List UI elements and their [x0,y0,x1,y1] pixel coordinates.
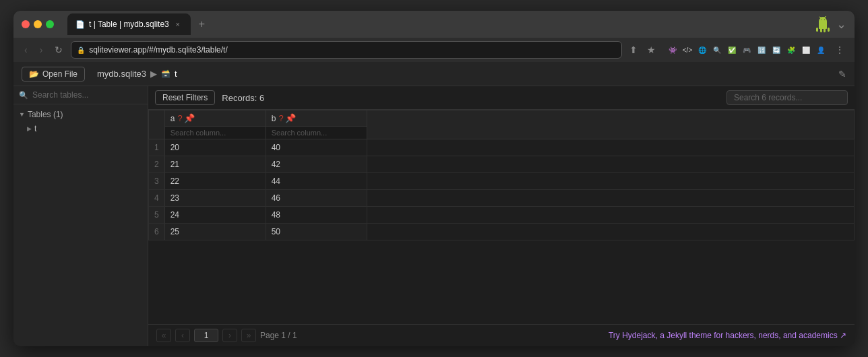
row-num-header [149,110,165,139]
tables-section-header[interactable]: ▼ Tables (1) [13,107,148,122]
nav-bar: ‹ › ↻ 🔒 sqliteviewer.app/#/mydb.sqlite3/… [13,38,855,62]
row-number: 6 [149,224,165,240]
ext-icon-7[interactable]: 🔢 [755,43,768,57]
sidebar-search-area: 🔍 [13,86,148,104]
close-window-btn[interactable] [22,20,30,28]
forward-button[interactable]: › [36,42,47,58]
ext-icon-3[interactable]: 🌐 [695,43,709,57]
tabs-area: 📄 t | Table | mydb.sqlite3 × + [67,13,809,35]
table-row: 52448 [149,207,855,224]
tab-close-btn[interactable]: × [173,20,183,29]
open-file-label: Open File [42,69,78,79]
col-b-search-input[interactable] [266,126,367,139]
sidebar-section: ▼ Tables (1) ▶ t [13,104,148,138]
col-a-question-icon[interactable]: ? [177,113,182,123]
app-container: 📂 Open File mydb.sqlite3 ▶ 🗃️ t ✎ 🔍 [13,62,855,346]
cell-b[interactable]: 44 [266,173,367,190]
last-page-button[interactable]: » [241,329,256,342]
col-b-pin-icon[interactable]: 📌 [285,113,296,123]
next-page-button[interactable]: › [222,329,237,342]
row-number: 4 [149,190,165,207]
cell-b[interactable]: 50 [266,224,367,240]
ext-icon-1[interactable]: 👾 [666,43,679,57]
data-table: a ? 📌 [148,110,855,240]
row-number: 2 [149,156,165,173]
breadcrumb: mydb.sqlite3 ▶ 🗃️ t [97,69,177,79]
title-bar: 📄 t | Table | mydb.sqlite3 × + ⌄ [13,11,855,38]
sidebar-search-input[interactable] [32,90,142,100]
ext-icon-5[interactable]: ✅ [725,43,739,57]
table-row: 32244 [149,173,855,190]
ext-icon-10[interactable]: ⬜ [799,43,813,57]
maximize-window-btn[interactable] [46,20,54,28]
ext-icon-4[interactable]: 🔍 [710,43,724,57]
data-table-container: a ? 📌 [148,110,855,324]
table-area: Reset Filters Records: 6 a [148,86,855,346]
nav-actions: ⬆ ★ [626,43,659,57]
cell-b[interactable]: 40 [266,139,367,156]
extension-icons: 👾 </> 🌐 🔍 ✅ 🎮 🔢 🔄 🧩 ⬜ 👤 [666,43,828,57]
page-info: Page 1 / 1 [260,331,297,340]
tab-label: t | Table | mydb.sqlite3 [89,20,169,29]
sidebar-item-t[interactable]: ▶ t [13,122,148,135]
address-bar[interactable]: 🔒 sqliteviewer.app/#/mydb.sqlite3/table/… [71,41,622,59]
cell-empty [367,207,854,224]
refresh-button[interactable]: ↻ [51,42,67,58]
cell-a[interactable]: 20 [164,139,266,156]
first-page-button[interactable]: « [156,329,171,342]
cell-b[interactable]: 48 [266,207,367,224]
cell-a[interactable]: 22 [164,173,266,190]
col-a-search-input[interactable] [165,126,266,139]
search-records-input[interactable] [726,90,848,105]
new-tab-button[interactable]: + [193,15,210,33]
row-number: 5 [149,207,165,224]
back-button[interactable]: ‹ [20,42,32,58]
ext-icon-11[interactable]: 👤 [814,43,828,57]
records-count: Records: 6 [222,93,264,103]
cell-empty [367,173,854,190]
col-a-pin-icon[interactable]: 📌 [184,113,195,123]
hydejack-link[interactable]: Try Hydejack, a Jekyll theme for hackers… [609,331,846,340]
reset-filters-button[interactable]: Reset Filters [155,90,215,105]
url-text: sqliteviewer.app/#/mydb.sqlite3/table/t/ [89,45,227,55]
window-collapse-btn[interactable]: ⌄ [836,17,846,32]
col-b-question-icon[interactable]: ? [278,113,283,123]
cell-a[interactable]: 21 [164,156,266,173]
menu-btn[interactable]: ⋮ [832,43,848,57]
main-layout: 🔍 ▼ Tables (1) ▶ t [13,86,855,346]
cell-a[interactable]: 25 [164,224,266,240]
page-number-input[interactable] [194,329,218,342]
breadcrumb-db[interactable]: mydb.sqlite3 [97,69,146,79]
row-number: 1 [149,139,165,156]
download-btn[interactable]: ⬆ [626,43,641,57]
cell-empty [367,139,854,156]
minimize-window-btn[interactable] [34,20,42,28]
ext-icon-6[interactable]: 🎮 [740,43,753,57]
cell-empty [367,224,854,240]
traffic-lights [22,20,54,28]
cell-a[interactable]: 23 [164,190,266,207]
cell-b[interactable]: 46 [266,190,367,207]
active-tab[interactable]: 📄 t | Table | mydb.sqlite3 × [67,13,191,35]
tab-icon: 📄 [75,20,85,29]
table-row: 12040 [149,139,855,156]
breadcrumb-table[interactable]: t [175,69,177,79]
prev-page-button[interactable]: ‹ [175,329,190,342]
lock-icon: 🔒 [77,46,85,54]
cell-empty [367,156,854,173]
bookmark-btn[interactable]: ★ [644,43,659,57]
ext-icon-8[interactable]: 🔄 [770,43,783,57]
open-file-button[interactable]: 📂 Open File [22,67,85,82]
ext-icon-2[interactable]: </> [681,43,694,57]
ext-icon-9[interactable]: 🧩 [784,43,798,57]
table-row: 62550 [149,224,855,240]
table-row: 42346 [149,190,855,207]
row-number: 3 [149,173,165,190]
cell-a[interactable]: 24 [164,207,266,224]
col-b-header: b ? 📌 [266,110,367,139]
pagination: « ‹ › » Page 1 / 1 Try Hydejack, a Jekyl… [148,324,855,346]
col-a-header: a ? 📌 [164,110,266,139]
chevron-down-icon: ▼ [19,111,25,118]
cell-b[interactable]: 42 [266,156,367,173]
edit-icon[interactable]: ✎ [838,69,846,79]
